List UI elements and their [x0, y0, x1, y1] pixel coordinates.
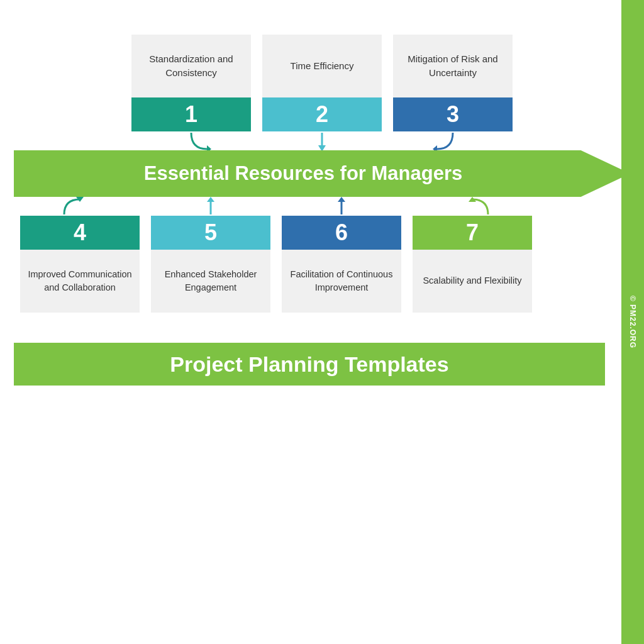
card-7: 7 Scalability and Flexibility [413, 197, 532, 313]
card-7-number: 7 [413, 216, 532, 250]
card-1: Standardization and Consistency 1 [131, 35, 251, 152]
card-6-label: Facilitation of Continuous Improvement [282, 250, 401, 313]
card-1-label: Standardization and Consistency [131, 35, 251, 97]
card-3-number: 3 [393, 97, 513, 131]
card-2: Time Efficiency 2 [262, 35, 382, 152]
card-5-number: 5 [151, 216, 270, 250]
card-7-label: Scalability and Flexibility [413, 250, 532, 313]
card-2-number: 2 [262, 97, 382, 131]
svg-marker-4 [207, 197, 214, 202]
main-banner: Essential Resources for Managers [14, 150, 630, 197]
card-3-label: Mitigation of Risk and Uncertainty [393, 35, 513, 97]
card-4-number: 4 [20, 216, 140, 250]
svg-marker-5 [338, 197, 345, 202]
footer-text: Project Planning Templates [170, 352, 448, 377]
top-cards-row: Standardization and Consistency 1 Time E… [14, 35, 630, 152]
card-5: 5 Enhanced Stakeholder Engagement [151, 197, 270, 313]
bottom-cards-row: 4 Improved Communication and Collaborati… [14, 197, 630, 313]
card-6: 6 Facilitation of Continuous Improvement [282, 197, 401, 313]
side-watermark: © PM22.ORG [621, 0, 644, 644]
card-1-number: 1 [131, 97, 251, 131]
banner-title: Essential Resources for Managers [144, 162, 501, 185]
footer-bar: Project Planning Templates [14, 343, 605, 386]
watermark-text: © PM22.ORG [628, 296, 637, 348]
card-2-label: Time Efficiency [262, 35, 382, 97]
card-4-label: Improved Communication and Collaboration [20, 250, 140, 313]
card-3: Mitigation of Risk and Uncertainty 3 [393, 35, 513, 152]
card-6-number: 6 [282, 216, 401, 250]
card-4: 4 Improved Communication and Collaborati… [20, 197, 140, 313]
card-5-label: Enhanced Stakeholder Engagement [151, 250, 270, 313]
